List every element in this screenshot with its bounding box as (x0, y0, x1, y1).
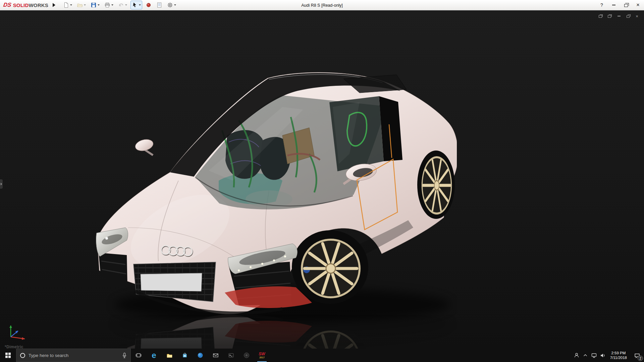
chevron-up-icon (583, 353, 588, 358)
help-button[interactable]: ? (596, 0, 608, 10)
terminal-button[interactable] (223, 349, 239, 362)
save-icon (91, 2, 97, 8)
undo-button[interactable] (117, 1, 128, 9)
mail-button[interactable] (208, 349, 223, 362)
solidworks-logo-icon: DS (3, 2, 12, 8)
select-tool-button[interactable] (130, 1, 142, 9)
file-properties-icon (156, 2, 162, 8)
logo-solid-text: SOLID (13, 2, 29, 8)
open-dropdown-caret[interactable] (84, 4, 86, 6)
left-mirror (134, 138, 154, 155)
view-orientation-label: *Dimetric (5, 345, 23, 349)
task-view-icon (136, 352, 142, 358)
people-icon (574, 352, 580, 358)
file-explorer-icon (166, 352, 173, 358)
feature-manager-collapse-tab[interactable] (0, 179, 3, 189)
document-window-controls: × (598, 13, 640, 19)
cortana-icon (20, 353, 25, 358)
options-dropdown-caret[interactable] (174, 4, 176, 6)
close-button[interactable]: × (632, 0, 644, 10)
restore-button[interactable] (620, 0, 632, 10)
edge-icon: e (152, 351, 156, 359)
minimize-button[interactable] (608, 0, 620, 10)
system-tray: 2:59 PM 7/11/2018 2 (572, 349, 644, 362)
rebuild-button[interactable] (144, 1, 153, 9)
network-tray-button[interactable] (590, 349, 598, 362)
file-explorer-button[interactable] (162, 349, 177, 362)
windows-logo-icon (5, 353, 11, 358)
print-icon (104, 2, 110, 8)
graphics-viewport[interactable]: × (0, 10, 644, 349)
expand-arrow-icon (53, 3, 55, 7)
windows-taskbar: e SW 2017 2:59 PM (0, 349, 644, 362)
store-button[interactable] (177, 349, 193, 362)
rebuild-icon (146, 2, 152, 8)
edge-browser-button[interactable]: e (146, 349, 162, 362)
restore-icon (624, 4, 628, 7)
window-pane-icon-a[interactable] (598, 13, 604, 19)
browser-globe-icon (197, 352, 203, 358)
taskbar-clock[interactable]: 2:59 PM 7/11/2018 (607, 351, 630, 360)
microphone-icon[interactable] (122, 353, 127, 358)
new-document-button[interactable] (62, 1, 73, 9)
solidworks-icon: SW 2017 (259, 352, 265, 359)
orientation-triad (6, 318, 30, 342)
save-button[interactable] (89, 1, 101, 9)
speaker-icon (600, 352, 606, 358)
car-body-group (96, 72, 457, 322)
new-document-icon (63, 2, 69, 8)
rear-wheel (417, 150, 455, 219)
license-plate (141, 273, 202, 291)
task-view-button[interactable] (131, 349, 146, 362)
app-icon (244, 352, 250, 358)
terminal-icon (228, 352, 234, 358)
options-button[interactable] (166, 1, 177, 9)
volume-tray-button[interactable] (598, 349, 607, 362)
doc-minimize-button[interactable] (616, 13, 622, 19)
taskbar-search[interactable] (16, 349, 131, 362)
3d-model-audi-r8[interactable] (95, 70, 457, 349)
doc-restore-icon (627, 15, 630, 18)
start-button[interactable] (0, 349, 16, 362)
action-center-button[interactable]: 2 (630, 349, 644, 362)
select-dropdown-caret[interactable] (139, 4, 141, 6)
clock-date: 7/11/2018 (610, 355, 627, 360)
print-dropdown-caret[interactable] (111, 4, 113, 6)
select-arrow-icon (132, 2, 138, 8)
undo-icon (118, 2, 124, 8)
search-input[interactable] (29, 353, 119, 358)
tray-overflow-button[interactable] (581, 349, 590, 362)
logo-works-text: WORKS (29, 2, 48, 8)
menu-expand-button[interactable] (51, 1, 57, 9)
browser-app-button[interactable] (193, 349, 208, 362)
new-dropdown-caret[interactable] (70, 4, 72, 6)
collapse-arrow-icon (1, 183, 2, 185)
app-button[interactable] (239, 349, 254, 362)
open-folder-icon (77, 2, 83, 8)
clock-time: 2:59 PM (610, 351, 627, 355)
window-pane-icon-b[interactable] (607, 13, 613, 19)
open-button[interactable] (75, 1, 87, 9)
store-icon (182, 352, 188, 358)
print-button[interactable] (103, 1, 115, 9)
undo-dropdown-caret[interactable] (125, 4, 127, 6)
network-icon (591, 352, 597, 358)
mail-icon (213, 352, 219, 358)
options-gear-icon (167, 2, 173, 8)
notification-badge: 2 (638, 356, 643, 361)
app-titlebar: DS SOLIDWORKS (0, 0, 644, 10)
solidworks-taskbar-button[interactable]: SW 2017 (254, 349, 270, 362)
file-properties-button[interactable] (155, 1, 164, 9)
people-tray-button[interactable] (572, 349, 581, 362)
front-wheel (292, 230, 368, 304)
window-controls: ? × (596, 0, 644, 10)
quick-access-toolbar (62, 1, 177, 9)
doc-close-button[interactable]: × (634, 13, 640, 19)
minimize-icon (612, 5, 615, 5)
save-dropdown-caret[interactable] (98, 4, 100, 6)
doc-restore-button[interactable] (625, 13, 631, 19)
solidworks-logo: DS SOLIDWORKS (0, 2, 51, 8)
doc-minimize-icon (618, 16, 621, 16)
